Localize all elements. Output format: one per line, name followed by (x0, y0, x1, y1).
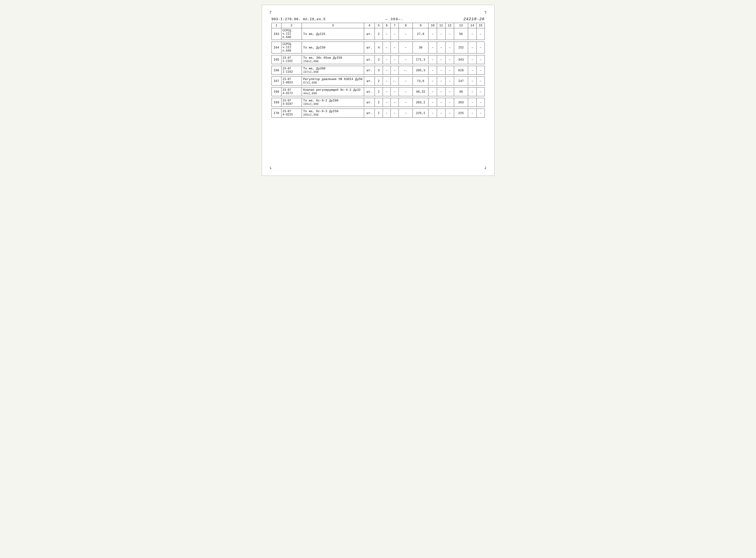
cell-col15: – (477, 42, 485, 53)
cell-id: I64 (271, 42, 281, 53)
cell-col11: – (437, 42, 445, 53)
cell-unit: шт. (364, 66, 375, 75)
cell-col8: – (398, 42, 413, 53)
cell-qty: 2 (375, 77, 383, 85)
cell-col13: 6I6 (454, 66, 468, 75)
cell-col11: – (437, 77, 445, 85)
cell-col6: – (383, 66, 390, 75)
cell-col8: – (398, 77, 413, 85)
spacer-row (271, 64, 485, 66)
cell-unit: шт. (364, 109, 375, 118)
doc-ref-left: 903-I-278.90. Ал.I8,кн.5 (271, 17, 325, 21)
cell-qty: 2 (375, 55, 383, 64)
corner-bl: └ (269, 167, 272, 171)
cell-col14: – (468, 77, 477, 85)
cell-qty: I (375, 98, 383, 107)
cell-col10: – (428, 66, 437, 75)
cell-col13: I47 (454, 77, 468, 85)
table-row: I63 ССРСЦч.IIIп.648 То же, ДуI25 шт. 2 –… (271, 28, 485, 40)
cell-desc: То же, ДуI25 (302, 28, 364, 40)
cell-col7: – (391, 87, 398, 96)
col-header-3: 3 (302, 23, 364, 28)
cell-col8: – (398, 98, 413, 107)
cell-col6: – (383, 55, 390, 64)
table-row: I68 23-074-OI72 Клапан регулирующий 9с-4… (271, 87, 485, 96)
spacer-row (271, 96, 485, 98)
cell-col9: 205,3 (413, 66, 428, 75)
document-page: ┌ ┐ 903-I-278.90. Ал.I8,кн.5 — 360—. 242… (262, 5, 495, 176)
cell-desc: То же, Ду200I87xI,098 (302, 66, 364, 75)
cell-col12: – (445, 98, 454, 107)
cell-col14: – (468, 87, 477, 96)
cell-code: 23-074-OI72 (281, 87, 302, 96)
cell-col11: – (437, 98, 445, 107)
col-header-5: 5 (375, 23, 383, 28)
cell-code: 23-07I-II6I (281, 55, 302, 64)
table-row: I67 23-07I-0923 Регулятор давления УФ 63… (271, 77, 485, 85)
table-row: I65 23-07I-II6I То же, 30с 65нж ДуI50I56… (271, 55, 485, 64)
cell-col6: – (383, 87, 390, 96)
table-row: I70 23-074-O2I5 То же, 6с-9-3 ДуI50205xI… (271, 109, 485, 118)
cell-col6: – (383, 109, 390, 118)
col-header-14: 14 (468, 23, 477, 28)
cell-col15: – (477, 87, 485, 96)
cell-col12: – (445, 77, 454, 85)
cell-id: I69 (271, 98, 281, 107)
col-header-6: 6 (383, 23, 390, 28)
cell-col12: – (445, 28, 454, 40)
cell-col6: – (383, 42, 390, 53)
cell-col10: – (428, 77, 437, 85)
spacer-row (271, 40, 485, 42)
cell-col13: I52 (454, 42, 468, 53)
table-header-row: 1 2 3 4 5 6 7 8 9 10 11 12 13 14 15 (271, 23, 485, 28)
cell-qty: 3 (375, 66, 383, 75)
cell-col6: – (383, 98, 390, 107)
col-header-11: 11 (437, 23, 445, 28)
cell-col15: – (477, 109, 485, 118)
cell-col15: – (477, 77, 485, 85)
cell-col6: – (383, 77, 390, 85)
col-header-7: 7 (391, 23, 398, 28)
table-row: I69 23-074-OI97 То же, 6с-9-2 ДуI00I85xI… (271, 98, 485, 107)
cell-col8: – (398, 109, 413, 118)
cell-col13: 225 (454, 109, 468, 118)
cell-col9: 225,I (413, 109, 428, 118)
cell-col7: – (391, 109, 398, 118)
cell-col10: – (428, 42, 437, 53)
cell-id: I65 (271, 55, 281, 64)
spacer-row (271, 53, 485, 55)
cell-col11: – (437, 66, 445, 75)
cell-col11: – (437, 55, 445, 64)
main-table: 1 2 3 4 5 6 7 8 9 10 11 12 13 14 15 I63 … (271, 23, 485, 118)
cell-id: I70 (271, 109, 281, 118)
cell-col7: – (391, 42, 398, 53)
col-header-12: 12 (445, 23, 454, 28)
cell-col13: 343 (454, 55, 468, 64)
cell-col8: – (398, 87, 413, 96)
cell-col7: – (391, 98, 398, 107)
cell-col14: – (468, 98, 477, 107)
cell-col9: 27,8 (413, 28, 428, 40)
cell-unit: шт. (364, 87, 375, 96)
cell-col11: – (437, 28, 445, 40)
cell-unit: шт. (364, 77, 375, 85)
cell-id: I68 (271, 87, 281, 96)
cell-col14: – (468, 42, 477, 53)
cell-col13: 203 (454, 98, 468, 107)
corner-br: ┘ (485, 167, 487, 171)
col-header-9: 9 (413, 23, 428, 28)
cell-id: I66 (271, 66, 281, 75)
cell-col12: – (445, 87, 454, 96)
cell-col8: –. (398, 66, 413, 75)
cell-unit: шт. (364, 42, 375, 53)
cell-col13: 48 (454, 87, 468, 96)
corner-tr: ┐ (485, 9, 487, 14)
cell-col7: – (391, 66, 398, 75)
cell-desc: То же, 30с 65нж ДуI50I56xI,098 (302, 55, 364, 64)
col-header-13: 13 (454, 23, 468, 28)
cell-qty: I (375, 109, 383, 118)
cell-unit: шт. (364, 98, 375, 107)
cell-col10: – (428, 87, 437, 96)
cell-col10: – (428, 28, 437, 40)
cell-id: I63 (271, 28, 281, 40)
